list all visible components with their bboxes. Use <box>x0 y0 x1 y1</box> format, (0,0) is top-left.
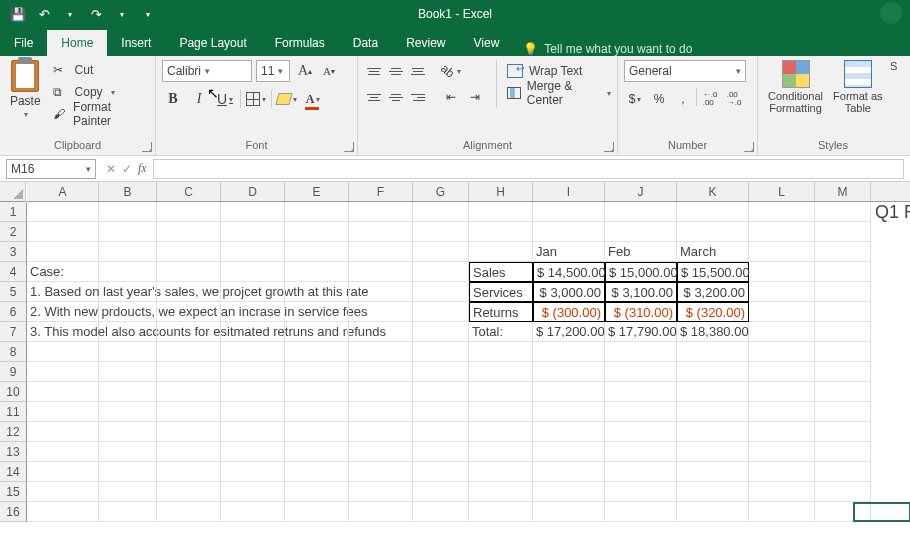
cell[interactable] <box>285 442 349 462</box>
tab-home[interactable]: Home <box>47 30 107 56</box>
cell[interactable] <box>815 302 871 322</box>
cell[interactable] <box>815 482 871 502</box>
cell[interactable] <box>749 382 815 402</box>
cell[interactable] <box>99 362 157 382</box>
cell[interactable] <box>349 242 413 262</box>
cell[interactable] <box>99 242 157 262</box>
col-header-L[interactable]: L <box>749 182 815 201</box>
fill-color-button[interactable]: ▾ <box>276 88 298 110</box>
cell-styles-partial[interactable]: S <box>889 60 899 114</box>
cell[interactable] <box>285 202 349 222</box>
cell[interactable] <box>749 262 815 282</box>
cell[interactable] <box>27 502 99 522</box>
copy-button[interactable]: ⧉Copy▾ <box>49 82 149 102</box>
col-header-F[interactable]: F <box>349 182 413 201</box>
cell[interactable] <box>27 442 99 462</box>
cell[interactable] <box>469 342 533 362</box>
save-button[interactable]: 💾 <box>6 2 30 26</box>
cell[interactable] <box>749 242 815 262</box>
cell[interactable] <box>469 442 533 462</box>
cell[interactable] <box>413 282 469 302</box>
cell[interactable] <box>469 462 533 482</box>
cell[interactable] <box>157 202 221 222</box>
cell[interactable] <box>749 322 815 342</box>
cell[interactable] <box>99 222 157 242</box>
tab-review[interactable]: Review <box>392 30 459 56</box>
paste-button[interactable]: Paste ▾ <box>6 60 45 124</box>
cell[interactable] <box>413 322 469 342</box>
cell[interactable] <box>533 502 605 522</box>
font-name-combo[interactable]: Calibri▾ <box>162 60 252 82</box>
cell[interactable] <box>677 462 749 482</box>
tab-insert[interactable]: Insert <box>107 30 165 56</box>
cell[interactable] <box>285 362 349 382</box>
cell[interactable] <box>413 442 469 462</box>
cell[interactable] <box>157 302 221 322</box>
cell[interactable] <box>413 482 469 502</box>
tab-page-layout[interactable]: Page Layout <box>165 30 260 56</box>
cell[interactable]: $ 3,200.00 <box>677 282 749 302</box>
cell[interactable] <box>413 362 469 382</box>
cell[interactable] <box>413 262 469 282</box>
cell[interactable] <box>815 502 871 522</box>
cell[interactable] <box>469 362 533 382</box>
cell[interactable] <box>413 382 469 402</box>
cell[interactable] <box>815 222 871 242</box>
cell[interactable] <box>349 262 413 282</box>
col-header-C[interactable]: C <box>157 182 221 201</box>
cell[interactable]: Q1 Revenue Projection <box>413 202 469 222</box>
cell[interactable] <box>221 302 285 322</box>
cell[interactable] <box>221 502 285 522</box>
cell[interactable]: $ (300.00) <box>533 302 605 322</box>
cell[interactable] <box>99 442 157 462</box>
col-header-B[interactable]: B <box>99 182 157 201</box>
col-header-I[interactable]: I <box>533 182 605 201</box>
cell[interactable] <box>99 342 157 362</box>
cell[interactable] <box>533 222 605 242</box>
col-header-E[interactable]: E <box>285 182 349 201</box>
cell[interactable] <box>605 402 677 422</box>
cell[interactable] <box>413 402 469 422</box>
cell[interactable] <box>413 342 469 362</box>
tab-formulas[interactable]: Formulas <box>261 30 339 56</box>
cell[interactable] <box>749 422 815 442</box>
merge-center-button[interactable]: Merge & Center▾ <box>507 82 611 104</box>
cell[interactable] <box>605 422 677 442</box>
conditional-formatting-button[interactable]: Conditional Formatting <box>764 60 827 114</box>
cell[interactable] <box>533 202 605 222</box>
cell[interactable]: Jan <box>533 242 605 262</box>
cell[interactable] <box>349 322 413 342</box>
row-header-15[interactable]: 15 <box>0 482 26 502</box>
cell[interactable] <box>349 202 413 222</box>
cell[interactable]: $ 18,380.00 <box>677 322 749 342</box>
cell[interactable] <box>469 382 533 402</box>
row-header-11[interactable]: 11 <box>0 402 26 422</box>
shrink-font-button[interactable]: A▾ <box>318 60 340 82</box>
cancel-formula-icon[interactable]: ✕ <box>106 162 116 176</box>
cell[interactable] <box>221 282 285 302</box>
cell[interactable] <box>285 322 349 342</box>
cell[interactable] <box>815 342 871 362</box>
cell[interactable] <box>749 402 815 422</box>
italic-button[interactable]: I <box>188 88 210 110</box>
paste-dropdown-icon[interactable]: ▾ <box>24 110 28 119</box>
cell[interactable]: Total: <box>469 322 533 342</box>
col-header-M[interactable]: M <box>815 182 871 201</box>
decrease-decimal-button[interactable]: .00 →.0 <box>723 88 745 110</box>
tell-me[interactable]: 💡 Tell me what you want to do <box>523 42 692 56</box>
cell[interactable] <box>413 302 469 322</box>
cell[interactable] <box>815 322 871 342</box>
cell[interactable] <box>677 422 749 442</box>
bold-button[interactable]: B <box>162 88 184 110</box>
cell[interactable] <box>469 482 533 502</box>
increase-decimal-button[interactable]: ←.0 .00 <box>699 88 721 110</box>
cell[interactable] <box>815 242 871 262</box>
cell[interactable] <box>815 462 871 482</box>
row-header-4[interactable]: 4 <box>0 262 26 282</box>
cell[interactable] <box>157 422 221 442</box>
font-size-combo[interactable]: 11▾ <box>256 60 290 82</box>
cell[interactable] <box>605 462 677 482</box>
copy-dropdown-icon[interactable]: ▾ <box>111 88 115 97</box>
cell[interactable] <box>157 342 221 362</box>
cell[interactable] <box>349 422 413 442</box>
